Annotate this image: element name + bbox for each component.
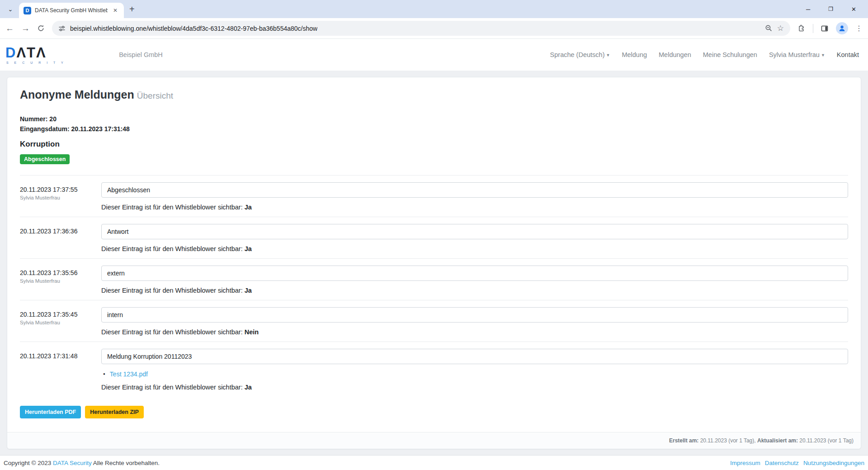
visible-value: Ja [245,384,252,391]
forward-button-icon[interactable]: → [21,24,30,33]
entry-date: 20.11.2023 17:37:55 [20,186,101,193]
entry-author: Sylvia Musterfrau [20,320,101,325]
logo-subtitle: S E C U R I T Y [5,61,66,64]
page-content: Anonyme MeldungenÜbersicht Nummer: 20 Ei… [0,71,868,455]
visible-value: Ja [245,245,252,252]
reload-icon[interactable] [37,24,45,32]
visible-label: Dieser Eintrag ist für den Whistleblower… [101,245,245,252]
footer-bar: Copyright © 2023 DATA Security Alle Rech… [0,455,868,470]
logo-wordmark: DΛTΛ [5,46,66,60]
profile-avatar[interactable] [836,22,848,34]
window-maximize-button[interactable]: ❐ [828,6,833,12]
report-category: Korruption [20,140,848,149]
attachment-line: ●Test 1234.pdf [103,370,848,378]
report-entry: 20.11.2023 17:35:56Sylvia MusterfrauDies… [20,259,848,300]
nav-meldungen[interactable]: Meldungen [659,51,691,58]
entry-visible-line: Dieser Eintrag ist für den Whistleblower… [101,328,848,336]
entry-date: 20.11.2023 17:36:36 [20,228,101,235]
visible-label: Dieser Eintrag ist für den Whistleblower… [101,328,245,336]
entry-text-input[interactable] [101,266,848,281]
entry-date: 20.11.2023 17:35:45 [20,311,101,318]
address-bar[interactable]: beispiel.whistleblowing.one/whistleblow/… [52,21,790,36]
window-minimize-button[interactable]: ─ [806,6,810,13]
visible-label: Dieser Eintrag ist für den Whistleblower… [101,287,245,294]
report-number: Nummer: 20 [20,114,848,124]
page-subtitle: Übersicht [137,91,173,100]
browser-tab[interactable]: D DATA Security GmbH Whistlebl ✕ [19,3,124,18]
visible-label: Dieser Eintrag ist für den Whistleblower… [101,384,245,391]
back-button-icon[interactable]: ← [5,24,14,33]
status-badge: Abgeschlossen [20,154,70,164]
footer-link-nutzungsbedingungen[interactable]: Nutzungsbedingungen [803,460,864,466]
company-name: Beispiel GmbH [119,51,163,58]
page-title: Anonyme Meldungen [20,88,134,101]
site-settings-icon[interactable] [58,25,66,32]
entry-text-input[interactable] [101,307,848,323]
visible-label: Dieser Eintrag ist für den Whistleblower… [101,204,245,211]
site-header: DΛTΛ S E C U R I T Y Beispiel GmbH Sprac… [0,39,868,71]
tab-search-chevron-icon[interactable]: ⌄ [5,3,16,15]
main-nav: Sprache (Deutsch)▼ Meldung Meldungen Mei… [550,51,859,58]
footer-link-datenschutz[interactable]: Datenschutz [765,460,799,466]
report-card: Anonyme MeldungenÜbersicht Nummer: 20 Ei… [7,77,861,449]
tab-title: DATA Security GmbH Whistlebl [35,7,108,14]
nav-meldung[interactable]: Meldung [622,51,647,58]
entry-date: 20.11.2023 17:31:48 [20,352,101,360]
created-label: Erstellt am: [669,437,698,444]
nav-meine-schulungen[interactable]: Meine Schulungen [703,51,757,58]
nav-kontakt[interactable]: Kontakt [837,51,859,58]
entry-visible-line: Dieser Eintrag ist für den Whistleblower… [101,204,848,211]
bookmark-star-icon[interactable]: ☆ [777,24,784,33]
nav-language-dropdown[interactable]: Sprache (Deutsch)▼ [550,51,610,58]
new-tab-button[interactable]: + [124,4,140,14]
visible-value: Nein [245,328,259,336]
browser-toolbar: ← → beispiel.whistleblowing.one/whistleb… [0,18,868,39]
site-favicon-icon: D [24,7,31,14]
zoom-magnifier-icon[interactable] [765,24,773,32]
tab-close-icon[interactable]: ✕ [111,6,119,14]
report-entry: 20.11.2023 17:35:45Sylvia MusterfrauDies… [20,300,848,342]
toolbar-divider [813,24,813,33]
report-entry: 20.11.2023 17:37:55Sylvia MusterfrauDies… [20,176,848,217]
entry-text-input[interactable] [101,224,848,239]
report-entry: 20.11.2023 17:36:36Dieser Eintrag ist fü… [20,217,848,259]
side-panel-icon[interactable] [821,24,829,33]
entry-visible-line: Dieser Eintrag ist für den Whistleblower… [101,384,848,391]
extensions-icon[interactable] [797,24,806,33]
report-entry: 20.11.2023 17:31:48●Test 1234.pdfDieser … [20,342,848,397]
entry-text-input[interactable] [101,182,848,198]
footer-link-impressum[interactable]: Impressum [730,460,760,466]
bullet-icon: ● [103,372,105,376]
browser-menu-kebab-icon[interactable]: ⋮ [855,24,863,33]
entry-author: Sylvia Musterfrau [20,195,101,200]
download-pdf-button[interactable]: Herunterladen PDF [20,406,81,418]
download-zip-button[interactable]: Herunterladen ZIP [85,406,144,418]
footer-company-link[interactable]: DATA Security [53,460,92,466]
card-footer: Erstellt am: 20.11.2023 (vor 1 Tag), Akt… [7,432,861,449]
nav-user-dropdown[interactable]: Sylvia Musterfrau▼ [769,51,825,58]
browser-tabstrip: ⌄ D DATA Security GmbH Whistlebl ✕ + ─ ❐… [0,0,868,18]
attachment-link[interactable]: Test 1234.pdf [110,370,148,378]
entry-date: 20.11.2023 17:35:56 [20,269,101,276]
created-value: 20.11.2023 (vor 1 Tag), [700,437,756,444]
window-close-button[interactable]: ✕ [851,6,856,13]
updated-label: Aktualisiert am: [757,437,798,444]
visible-value: Ja [245,287,252,294]
url-text[interactable]: beispiel.whistleblowing.one/whistleblow/… [70,25,317,32]
copyright-text: Copyright © 2023 DATA Security Alle Rech… [4,460,160,466]
chevron-down-icon: ▼ [606,53,610,57]
entries-list: 20.11.2023 17:37:55Sylvia MusterfrauDies… [20,176,848,397]
updated-value: 20.11.2023 (vor 1 Tag) [799,437,854,444]
data-security-logo[interactable]: DΛTΛ S E C U R I T Y [5,46,66,64]
entry-visible-line: Dieser Eintrag ist für den Whistleblower… [101,287,848,294]
entry-visible-line: Dieser Eintrag ist für den Whistleblower… [101,245,848,252]
chevron-down-icon: ▼ [821,53,825,57]
visible-value: Ja [245,204,252,211]
report-received-date: Eingangsdatum: 20.11.2023 17:31:48 [20,124,848,134]
entry-author: Sylvia Musterfrau [20,278,101,284]
page-title-row: Anonyme MeldungenÜbersicht [20,88,848,101]
entry-text-input[interactable] [101,349,848,364]
